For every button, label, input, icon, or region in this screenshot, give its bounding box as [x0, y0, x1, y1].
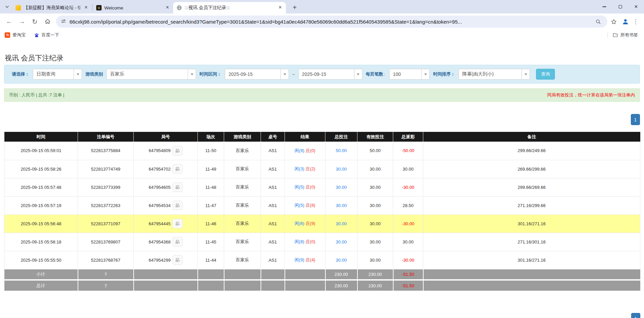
- video-replay-button[interactable]: [172, 182, 183, 192]
- cell-valid-bet: 30.00: [357, 251, 393, 269]
- cell-table-no: AS1: [261, 142, 285, 160]
- header-cell: 备注: [423, 132, 640, 142]
- total-label: 总计: [4, 280, 78, 291]
- result-player: 闲(3): [295, 166, 304, 171]
- page-1-button-bottom[interactable]: 1: [631, 313, 640, 318]
- browser-toolbar: ← → ↻ 66cxkj98.com/ipl/portal.php/game/b…: [0, 13, 644, 30]
- cell-game-type: 百家乐: [224, 251, 261, 269]
- close-window-button[interactable]: ×: [628, 0, 644, 13]
- tab-close-icon[interactable]: ×: [164, 5, 170, 11]
- cell-table-no: AS1: [261, 233, 285, 251]
- cell-round: 647954368: [134, 233, 198, 251]
- tab-close-icon[interactable]: ×: [277, 5, 283, 11]
- chevron-down-icon: [74, 69, 82, 79]
- header-cell: 注单编号: [78, 132, 134, 142]
- cell-round: 647954605: [134, 178, 198, 196]
- zoom-icon[interactable]: [595, 19, 601, 25]
- cell-result: 闲(5) 庄(0): [285, 178, 325, 196]
- date-to-select[interactable]: 2025-09-15: [298, 69, 363, 80]
- tab-welcome[interactable]: ★ Welcome ×: [93, 2, 173, 13]
- cell-payout: 30.00: [393, 233, 423, 251]
- cell-bet-id: 522813768767: [78, 251, 134, 269]
- cell-remark: 301.16/271.16: [423, 214, 640, 233]
- result-banker: 庄(2): [305, 166, 315, 171]
- chevron-down-icon: [521, 69, 530, 79]
- subtotal-total-bet: 230.00: [325, 269, 357, 280]
- tab-close-icon[interactable]: ×: [83, 5, 89, 11]
- cell-remark: 269.66/299.66: [423, 160, 640, 178]
- url-text: 66cxkj98.com/ipl/portal.php/game/betreco…: [70, 19, 595, 25]
- profile-avatar-icon[interactable]: [621, 17, 630, 26]
- currency-summary: 币别 : 人民币 | 总共 :7 注单 |: [9, 92, 64, 98]
- cell-total-bet: 30.00: [325, 233, 357, 251]
- bookmark-baidu[interactable]: 百度一下: [34, 32, 59, 38]
- page-1-button[interactable]: 1: [631, 114, 640, 125]
- cell-bet-id: 522813774749: [78, 160, 134, 178]
- address-bar[interactable]: 66cxkj98.com/ipl/portal.php/game/betreco…: [56, 16, 607, 28]
- cell-payout: 30.00: [393, 160, 423, 178]
- date-from-select[interactable]: 2025-09-15: [225, 69, 289, 80]
- tab-title: Welcome: [104, 5, 162, 10]
- video-replay-button[interactable]: [172, 164, 183, 174]
- film-icon: [175, 239, 181, 245]
- cell-session: 11-50: [198, 142, 224, 160]
- cell-result: 闲(9) 庄(0): [285, 142, 325, 160]
- new-tab-button[interactable]: +: [290, 3, 299, 12]
- bookmark-label: 爱淘宝: [12, 32, 26, 38]
- total-bet-link[interactable]: 30.00: [336, 258, 347, 263]
- result-player: 闲(6): [295, 221, 304, 226]
- cell-result: 闲(9) 庄(4): [285, 251, 325, 269]
- video-replay-button[interactable]: [172, 146, 183, 155]
- table-row: 2025-09-15 05:56:48 522813771097 6479544…: [4, 214, 640, 233]
- tab-divider: [92, 4, 92, 10]
- video-replay-button[interactable]: [172, 237, 183, 247]
- cell-session: 11-45: [198, 233, 224, 251]
- total-bet-link[interactable]: 30.00: [336, 239, 347, 244]
- table-header-row: 时间注单编号局号场次游戏类别桌号结果总投注有效投注总派彩备注: [4, 132, 640, 142]
- header-cell: 总派彩: [393, 132, 423, 142]
- round-number: 647954809: [149, 148, 170, 153]
- film-icon: [175, 221, 181, 227]
- per-page-select[interactable]: 100: [389, 69, 430, 80]
- pagination-bottom: 1: [631, 313, 640, 318]
- table-body: 2025-09-15 05:59:01 522813775884 6479548…: [4, 142, 640, 269]
- bookmark-star-icon[interactable]: [611, 19, 617, 25]
- bookmark-taobao[interactable]: 淘 爱淘宝: [5, 32, 26, 38]
- tab-betrecord-active[interactable]: :::视讯 会员下注纪录::: ×: [173, 2, 286, 13]
- game-type-select[interactable]: 百家乐: [106, 69, 196, 80]
- reload-button[interactable]: ↻: [28, 15, 41, 28]
- total-bet-link[interactable]: 30.00: [336, 185, 347, 190]
- total-bet-link[interactable]: 30.00: [336, 203, 347, 208]
- tab-forum[interactable]: 【新提醒】海燕策略论坛 - 综合 ×: [12, 2, 92, 13]
- cell-round: 647954809: [134, 142, 198, 160]
- menu-kebab-icon[interactable]: ⋮: [630, 18, 641, 25]
- search-button[interactable]: 查询: [536, 69, 555, 80]
- forward-button[interactable]: →: [16, 15, 28, 28]
- site-settings-icon[interactable]: [61, 19, 66, 24]
- cell-total-bet: 30.00: [325, 178, 357, 196]
- sort-select[interactable]: 降幂(由大到小): [458, 69, 530, 80]
- cell-bet-id: 522813771097: [78, 214, 134, 233]
- total-bet-link[interactable]: 30.00: [336, 221, 347, 226]
- table-row: 2025-09-15 05:56:18 522813769807 6479543…: [4, 233, 640, 251]
- back-button[interactable]: ←: [3, 15, 16, 28]
- cell-valid-bet: 50.00: [357, 142, 393, 160]
- cell-table-no: AS1: [261, 160, 285, 178]
- all-bookmarks[interactable]: 所有书签: [613, 32, 638, 38]
- chevron-down-icon: [421, 69, 429, 79]
- video-replay-button[interactable]: [172, 219, 183, 228]
- maximize-button[interactable]: [612, 0, 628, 13]
- query-type-select[interactable]: 日期查询: [33, 69, 82, 80]
- filter-bar: 请选择： 日期查询 游戏类别 百家乐 时间区间： 2025-09-15 ~ 20…: [4, 65, 640, 84]
- tab-search-button[interactable]: [3, 2, 11, 11]
- total-bet-link[interactable]: 30.00: [336, 167, 347, 172]
- total-bet-link[interactable]: 50.00: [336, 148, 347, 153]
- video-replay-button[interactable]: [172, 201, 183, 210]
- minimize-button[interactable]: [596, 0, 612, 13]
- video-replay-button[interactable]: [172, 255, 183, 265]
- total-valid-bet: 230.00: [357, 280, 393, 291]
- home-button[interactable]: [41, 15, 54, 28]
- cell-time: 2025-09-15 05:56:48: [4, 214, 78, 233]
- cell-valid-bet: 30.00: [357, 160, 393, 178]
- result-player: 闲(9): [295, 257, 304, 262]
